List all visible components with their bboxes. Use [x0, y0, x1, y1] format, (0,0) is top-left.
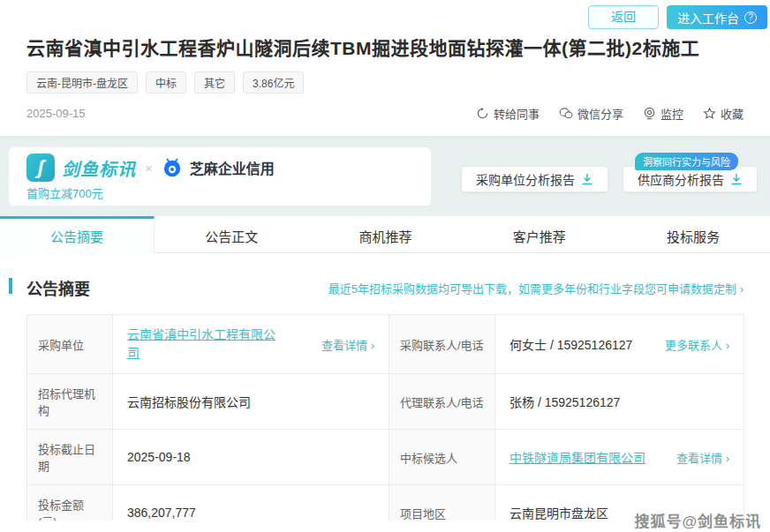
tab-bidding-service[interactable]: 投标服务 [616, 216, 770, 253]
summary-table: 采购单位 云南省滇中引水工程有限公司 查看详情 › 采购联系人/电话 何女士 /… [26, 314, 744, 532]
favorite-label: 收藏 [721, 105, 744, 122]
action-row: 转给同事 微信分享 监控 收 [476, 105, 744, 122]
candidate-label: 中标候选人 [389, 430, 495, 485]
forward-label: 转给同事 [494, 105, 540, 122]
brand-logo-row: ʃ 剑鱼标讯 × 芝麻企业信用 [26, 154, 413, 182]
supplier-report-label: 供应商分析报告 [638, 170, 724, 188]
section-accent-bar [9, 278, 12, 294]
wechat-label: 微信分享 [578, 105, 623, 122]
table-row: 采购单位 云南省滇中引水工程有限公司 查看详情 › 采购联系人/电话 何女士 /… [27, 315, 744, 374]
buyer-detail-link[interactable]: 查看详情 › [321, 336, 374, 353]
tab-customer-recommend[interactable]: 客户推荐 [463, 216, 616, 253]
agency-value: 云南招标股份有限公司 [113, 374, 389, 430]
more-contacts-link[interactable]: 更多联系人 › [665, 336, 729, 353]
wechat-share-button[interactable]: 微信分享 [559, 105, 623, 122]
promo-text: 首购立减700元 [26, 184, 413, 201]
cross-separator: × [145, 161, 153, 176]
tag-row: 云南-昆明市-盘龙区 中标 其它 3.86亿元 [26, 71, 744, 94]
help-icon: ? [744, 11, 757, 24]
forward-to-colleague-button[interactable]: 转给同事 [476, 105, 540, 122]
candidate-company-link[interactable]: 中铁隧道局集团有限公司 [510, 448, 645, 466]
brand-name: 剑鱼标讯 [62, 155, 136, 181]
favorite-button[interactable]: 收藏 [703, 105, 744, 122]
agency-label: 招标代理机构 [27, 374, 113, 430]
report-button-area: 采购单位分析报告 洞察同行实力与风险 供应商分析报告 [461, 166, 758, 192]
forward-icon [476, 107, 489, 120]
brand-promo-card[interactable]: ʃ 剑鱼标讯 × 芝麻企业信用 首购立减700元 [9, 147, 431, 206]
tab-business-recommend[interactable]: 商机推荐 [308, 216, 462, 253]
announcement-header: 返回 进入工作台 ? 云南省滇中引水工程香炉山隧洞后续TBM掘进段地面钻探灌一体… [0, 0, 770, 136]
industry-tag: 其它 [194, 71, 235, 94]
summary-content: 公告摘要 最近5年招标采购数据均可导出下载，如需更多年份和行业字段您可申请数据定… [0, 253, 770, 532]
wechat-icon [559, 107, 573, 120]
deadline-label: 投标截止日期 [27, 430, 113, 485]
supplier-report-wrap: 洞察同行实力与风险 供应商分析报告 [623, 166, 758, 192]
partner-name: 芝麻企业信用 [190, 157, 275, 178]
workspace-button-label: 进入工作台 [677, 9, 739, 26]
tab-bar: 公告摘要 公告正文 商机推荐 客户推荐 投标服务 [0, 216, 770, 253]
table-row: 招标代理机构 云南招标股份有限公司 代理联系人/电话 张杨 / 15925126… [27, 374, 744, 430]
jianyu-logo-icon: ʃ [26, 154, 55, 182]
download-icon [730, 173, 743, 185]
top-button-group: 返回 进入工作台 ? [588, 5, 767, 29]
agency-contact-value: 张杨 / 15925126127 [495, 374, 744, 430]
monitor-label: 监控 [661, 105, 683, 122]
watermark: 搜狐号@剑鱼标讯 [634, 509, 761, 531]
star-icon [703, 107, 716, 120]
download-icon [581, 173, 593, 185]
section-title-text: 公告摘要 [26, 281, 90, 298]
candidate-detail-link[interactable]: 查看详情 › [676, 449, 729, 466]
tab-announcement-summary[interactable]: 公告摘要 [0, 216, 155, 253]
amount-tag: 3.86亿元 [243, 71, 304, 94]
buyer-analysis-report-button[interactable]: 采购单位分析报告 [461, 166, 608, 192]
promo-banner: ʃ 剑鱼标讯 × 芝麻企业信用 首购立减700元 采购单位分析报告 洞察同行实力… [0, 136, 770, 216]
buyer-report-label: 采购单位分析报告 [476, 170, 575, 188]
buyer-contact-value: 何女士 / 15925126127 [510, 335, 632, 353]
buyer-label: 采购单位 [27, 315, 113, 374]
data-export-link[interactable]: 最近5年招标采购数据均可导出下载，如需更多年份和行业字段您可申请数据定制 › [328, 280, 744, 296]
main-card: 公告摘要 公告正文 商机推荐 客户推荐 投标服务 公告摘要 最近5年招标采购数据… [0, 216, 770, 532]
table-row: 投标截止日期 2025-09-18 中标候选人 中铁隧道局集团有限公司 查看详情… [27, 430, 744, 485]
tab-announcement-body[interactable]: 公告正文 [155, 216, 308, 253]
meta-row: 2025-09-15 转给同事 微信分享 [26, 105, 744, 122]
zhima-logo-icon [162, 157, 183, 178]
agency-contact-label: 代理联系人/电话 [389, 374, 495, 430]
region-tag: 云南-昆明市-盘龙区 [26, 71, 138, 94]
stage-tag: 中标 [146, 71, 186, 94]
section-title: 公告摘要 [26, 276, 90, 299]
monitor-button[interactable]: 监控 [643, 105, 683, 122]
enter-workspace-button[interactable]: 进入工作台 ? [667, 5, 767, 29]
buyer-contact-label: 采购联系人/电话 [389, 315, 495, 374]
back-button[interactable]: 返回 [588, 5, 659, 29]
buyer-company-link[interactable]: 云南省滇中引水工程有限公司 [127, 326, 283, 363]
monitor-icon [643, 107, 656, 120]
publish-date: 2025-09-15 [26, 107, 86, 120]
risk-insight-badge: 洞察同行实力与风险 [635, 153, 738, 170]
section-head: 公告摘要 最近5年招标采购数据均可导出下载，如需更多年份和行业字段您可申请数据定… [26, 276, 744, 299]
page-title: 云南省滇中引水工程香炉山隧洞后续TBM掘进段地面钻探灌一体(第二批)2标施工 [26, 34, 744, 60]
deadline-value: 2025-09-18 [113, 430, 389, 485]
